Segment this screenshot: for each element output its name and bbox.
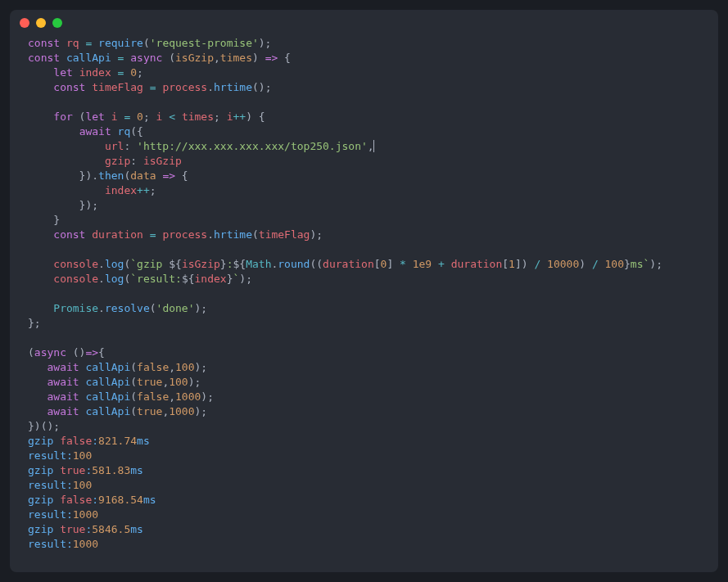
code-line: (async ()=>{	[28, 346, 105, 359]
code-line: };	[28, 317, 41, 329]
code-line: console.log(`gzip ${isGzip}:${Math.round…	[28, 258, 662, 270]
minimize-icon[interactable]	[36, 18, 46, 28]
code-line: }).then(data => {	[28, 169, 188, 182]
code-line: const timeFlag = process.hrtime();	[28, 81, 271, 93]
code-line: });	[28, 199, 98, 211]
code-line: Promise.resolve('done');	[28, 302, 207, 314]
terminal-window: const rq = require('request-promise'); c…	[10, 10, 718, 572]
code-line: gzip: isGzip	[28, 155, 182, 167]
titlebar	[10, 10, 718, 33]
output-line: result:100	[28, 479, 92, 491]
output-line: gzip true:581.83ms	[28, 464, 143, 476]
code-line: url: 'http://xxx.xxx.xxx.xxx/top250.json…	[28, 140, 374, 152]
code-line: }	[28, 214, 60, 226]
output-line: result:100	[28, 449, 92, 462]
output-line: result:1000	[28, 538, 98, 550]
maximize-icon[interactable]	[52, 18, 62, 28]
close-icon[interactable]	[20, 18, 29, 28]
output-line: result:1000	[28, 508, 98, 521]
text-cursor	[373, 140, 374, 152]
code-line: index++;	[28, 184, 156, 196]
code-editor[interactable]: const rq = require('request-promise'); c…	[10, 33, 718, 570]
code-line: let index = 0;	[28, 66, 143, 79]
output-line: gzip false:821.74ms	[28, 435, 150, 447]
code-line: const rq = require('request-promise');	[28, 37, 271, 49]
code-line: await callApi(false,1000);	[28, 390, 214, 403]
code-line: await rq({	[28, 125, 143, 138]
code-line: await callApi(true,100);	[28, 376, 201, 388]
code-line: await callApi(false,100);	[28, 361, 207, 373]
output-line: gzip true:5846.5ms	[28, 523, 143, 535]
output-line: gzip false:9168.54ms	[28, 494, 156, 506]
code-line: })();	[28, 420, 60, 432]
code-line: for (let i = 0; i < times; i++) {	[28, 111, 265, 123]
code-line: console.log(`result:${index}`);	[28, 273, 252, 285]
code-line: const duration = process.hrtime(timeFlag…	[28, 228, 323, 241]
code-line: const callApi = async (isGzip,times) => …	[28, 52, 291, 64]
code-line: await callApi(true,1000);	[28, 405, 207, 417]
